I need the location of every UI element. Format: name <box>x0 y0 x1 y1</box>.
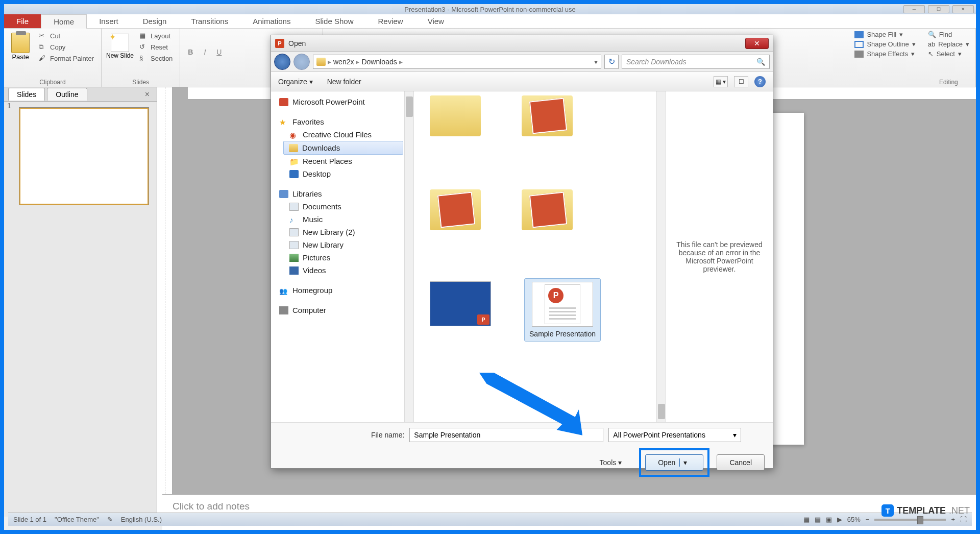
new-folder-button[interactable]: New folder <box>327 78 361 86</box>
view-sorter-icon[interactable]: ▤ <box>815 516 821 523</box>
copy-button[interactable]: ⧉Copy <box>36 42 97 52</box>
search-placeholder: Search Downloads <box>626 58 687 66</box>
new-slide-button[interactable]: New Slide <box>106 31 134 85</box>
tree-scrollbar[interactable] <box>404 91 413 422</box>
nav-forward-button[interactable] <box>293 54 310 70</box>
tree-new-library[interactable]: New Library <box>271 238 413 251</box>
layout-button[interactable]: ▦Layout <box>136 31 176 41</box>
tree-music[interactable]: Music <box>271 213 413 226</box>
tree-powerpoint[interactable]: Microsoft PowerPoint <box>271 95 413 108</box>
tree-computer[interactable]: Computer <box>271 304 413 317</box>
dialog-close-button[interactable]: ✕ <box>745 38 769 49</box>
replace-button[interactable]: abReplace ▾ <box>928 40 969 48</box>
folder-item-2[interactable] <box>514 95 580 138</box>
select-button[interactable]: ↖Select ▾ <box>928 50 969 58</box>
bold-button[interactable]: B <box>184 46 197 58</box>
minimize-button[interactable]: ─ <box>903 5 925 13</box>
file-label: Sample Presentation <box>529 330 596 338</box>
tree-favorites[interactable]: Favorites <box>271 115 413 128</box>
view-normal-icon[interactable]: ▦ <box>803 516 810 523</box>
reset-button[interactable]: ↺Reset <box>136 42 176 52</box>
close-panel-button[interactable]: × <box>142 90 153 99</box>
zoom-in-button[interactable]: + <box>951 516 955 523</box>
file-module[interactable]: P <box>422 278 499 342</box>
tree-creative-cloud[interactable]: ◉Creative Cloud Files <box>271 128 413 141</box>
folder-icon <box>430 95 481 136</box>
fit-button[interactable]: ⛶ <box>960 516 967 523</box>
tab-review[interactable]: Review <box>365 14 415 28</box>
italic-button[interactable]: I <box>199 46 211 58</box>
desktop-icon <box>289 170 299 178</box>
group-slides: New Slide ▦Layout ↺Reset §Section Slides <box>102 29 180 87</box>
tree-videos[interactable]: Videos <box>271 264 413 277</box>
file-list[interactable]: P Sample Presentation <box>414 91 666 422</box>
refresh-button[interactable]: ↻ <box>604 55 619 69</box>
tree-documents[interactable]: Documents <box>271 200 413 213</box>
maximize-button[interactable]: ☐ <box>928 5 949 13</box>
watermark-brand: TEMPLATE <box>897 505 946 516</box>
view-slideshow-icon[interactable]: ▶ <box>837 516 842 523</box>
cut-button[interactable]: ✂Cut <box>36 31 97 41</box>
zoom-out-button[interactable]: − <box>866 516 870 523</box>
breadcrumb-dropdown[interactable]: ▾ <box>594 58 598 66</box>
preview-toggle-button[interactable]: ☐ <box>734 76 748 87</box>
open-dialog: P Open ✕ ▸ wen2x ▸ Downloads ▸ ▾ ↻ Searc… <box>271 35 773 469</box>
dialog-nav-bar: ▸ wen2x ▸ Downloads ▸ ▾ ↻ Search Downloa… <box>271 52 773 72</box>
breadcrumb-folder[interactable]: Downloads <box>361 58 397 66</box>
tab-transitions[interactable]: Transitions <box>179 14 240 28</box>
slides-tab[interactable]: Slides <box>8 88 45 101</box>
filetype-select[interactable]: All PowerPoint Presentations▾ <box>608 428 741 442</box>
tools-button[interactable]: Tools ▾ <box>600 458 622 467</box>
section-button[interactable]: §Section <box>136 53 176 63</box>
filename-input[interactable] <box>409 428 603 442</box>
file-sample-presentation[interactable]: Sample Presentation <box>524 278 601 342</box>
tab-slideshow[interactable]: Slide Show <box>303 14 365 28</box>
tree-libraries[interactable]: Libraries <box>271 187 413 200</box>
tree-new-library-2[interactable]: New Library (2) <box>271 226 413 238</box>
tree-pictures[interactable]: Pictures <box>271 251 413 264</box>
tab-design[interactable]: Design <box>131 14 179 28</box>
folder-item-4[interactable] <box>514 169 580 232</box>
nav-back-button[interactable] <box>274 54 290 70</box>
star-icon <box>279 118 288 126</box>
close-window-button[interactable]: ✕ <box>952 5 974 13</box>
view-mode-button[interactable]: ▦ ▾ <box>714 76 728 87</box>
paste-button[interactable]: Paste <box>8 31 33 85</box>
tab-file[interactable]: File <box>4 14 41 28</box>
tab-view[interactable]: View <box>415 14 456 28</box>
folder-item-3[interactable] <box>422 169 488 232</box>
find-button[interactable]: 🔍Find <box>928 31 969 38</box>
zoom-slider[interactable] <box>874 519 946 521</box>
folder-item-1[interactable] <box>422 95 488 138</box>
thumbnail-number: 1 <box>7 102 11 211</box>
status-bar: Slide 1 of 1 "Office Theme" ✎ English (U… <box>8 513 972 526</box>
open-button[interactable]: Open▾ <box>645 454 703 471</box>
status-slide-info: Slide 1 of 1 <box>13 516 46 523</box>
view-reading-icon[interactable]: ▣ <box>826 516 832 523</box>
open-dropdown[interactable]: ▾ <box>679 458 691 467</box>
file-list-scrollbar[interactable] <box>656 91 666 422</box>
tab-animations[interactable]: Animations <box>240 14 303 28</box>
tab-insert[interactable]: Insert <box>87 14 131 28</box>
breadcrumb-user[interactable]: wen2x <box>333 58 354 66</box>
underline-button[interactable]: U <box>213 46 225 58</box>
organize-button[interactable]: Organize ▾ <box>278 78 313 86</box>
slide-thumbnail-1[interactable] <box>19 108 149 205</box>
tree-recent-places[interactable]: 📁Recent Places <box>271 155 413 167</box>
outline-tab[interactable]: Outline <box>47 88 87 101</box>
breadcrumb[interactable]: ▸ wen2x ▸ Downloads ▸ ▾ <box>313 55 601 69</box>
tree-desktop[interactable]: Desktop <box>271 167 413 180</box>
help-button[interactable]: ? <box>754 76 766 87</box>
shape-fill-button[interactable]: Shape Fill ▾ <box>854 31 915 38</box>
shape-effects-button[interactable]: Shape Effects ▾ <box>854 50 915 58</box>
search-input[interactable]: Search Downloads 🔍 <box>622 55 770 69</box>
preview-pane: This file can't be previewed because of … <box>666 91 773 422</box>
shape-outline-button[interactable]: Shape Outline ▾ <box>854 40 915 48</box>
title-bar: Presentation3 - Microsoft PowerPoint non… <box>4 4 976 14</box>
tab-home[interactable]: Home <box>41 14 87 29</box>
tree-homegroup[interactable]: Homegroup <box>271 284 413 297</box>
tree-downloads[interactable]: Downloads <box>283 141 403 155</box>
format-painter-button[interactable]: 🖌Format Painter <box>36 53 97 63</box>
cancel-button[interactable]: Cancel <box>717 454 765 471</box>
dialog-titlebar[interactable]: P Open ✕ <box>271 35 773 52</box>
